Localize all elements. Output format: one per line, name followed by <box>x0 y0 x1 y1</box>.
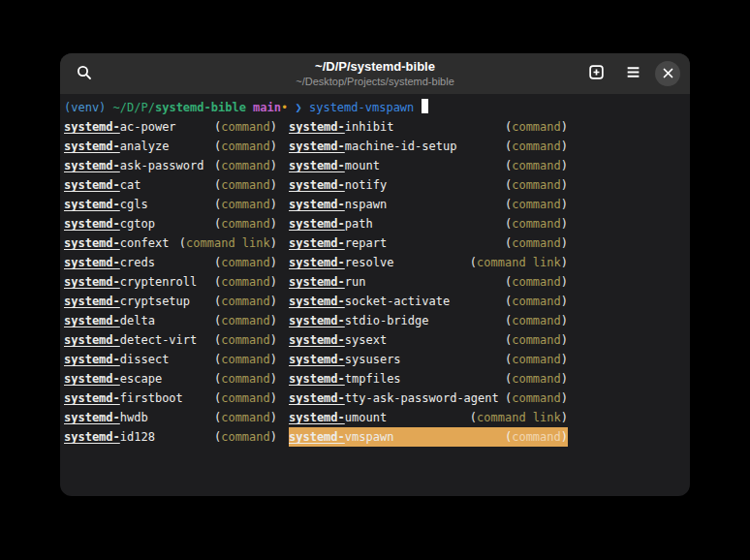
completion-name: systemd-cat <box>64 175 141 195</box>
completion-description-text: command <box>221 295 270 308</box>
completion-item[interactable]: systemd-sysusers(command) <box>289 350 568 369</box>
completion-name-prefix: systemd- <box>64 430 120 444</box>
terminal-content[interactable]: (venv) ~/D/P/systemd-bible main• ❯ syste… <box>60 94 690 447</box>
completion-item[interactable]: systemd-hwdb(command) <box>64 408 277 427</box>
completion-item[interactable]: systemd-escape(command) <box>64 369 277 389</box>
completion-name-rest: notify <box>345 178 387 192</box>
completion-item[interactable]: systemd-path(command) <box>289 214 568 233</box>
completion-item[interactable]: systemd-dissect(command) <box>64 350 277 369</box>
window-title: ~/D/P/systemd-bible <box>296 59 454 75</box>
new-tab-button[interactable] <box>581 59 610 88</box>
completion-description-text: command <box>512 120 561 134</box>
completion-item[interactable]: systemd-tmpfiles(command) <box>289 369 568 389</box>
completion-name: systemd-cryptsetup <box>64 292 190 311</box>
completion-item[interactable]: systemd-socket-activate(command) <box>289 292 568 311</box>
search-button[interactable] <box>70 59 99 88</box>
completion-description-text: command link <box>186 236 270 250</box>
completion-description-text: command <box>512 430 561 444</box>
completion-name: systemd-tty-ask-password-agent <box>289 389 499 408</box>
completion-name-prefix: systemd- <box>289 198 345 211</box>
completion-name: systemd-tmpfiles <box>289 369 401 389</box>
completion-menu: systemd-ac-power(command)systemd-analyze… <box>64 117 686 447</box>
completion-name: systemd-ac-power <box>64 117 176 137</box>
completion-description-text: command <box>221 217 270 231</box>
completion-name-prefix: systemd- <box>64 275 120 289</box>
completion-item[interactable]: systemd-cgtop(command) <box>64 214 277 233</box>
completion-item[interactable]: systemd-sysext(command) <box>289 330 568 350</box>
completion-item[interactable]: systemd-cryptenroll(command) <box>64 272 277 292</box>
completion-item[interactable]: systemd-nspawn(command) <box>289 195 568 214</box>
completion-name-prefix: systemd- <box>289 353 345 366</box>
completion-name: systemd-escape <box>64 369 162 389</box>
completion-name-prefix: systemd- <box>64 140 120 153</box>
completion-name: systemd-firstboot <box>64 389 183 408</box>
completion-item[interactable]: systemd-id128(command) <box>64 427 277 447</box>
completion-item-selected[interactable]: systemd-vmspawn(command) <box>289 427 568 447</box>
completion-name: systemd-machine-id-setup <box>289 137 456 156</box>
completion-description: (command) <box>505 389 568 408</box>
completion-name-rest: cgls <box>120 198 148 211</box>
completion-description: (command) <box>214 253 277 272</box>
completion-item[interactable]: systemd-creds(command) <box>64 253 277 272</box>
completion-name-prefix: systemd- <box>64 314 120 327</box>
completion-description: (command) <box>214 350 277 369</box>
completion-item[interactable]: systemd-confext(command link) <box>64 233 277 253</box>
completion-item[interactable]: systemd-mount(command) <box>289 156 568 175</box>
completion-item[interactable]: systemd-cryptsetup(command) <box>64 292 277 311</box>
completion-item[interactable]: systemd-firstboot(command) <box>64 389 277 408</box>
completion-name-prefix: systemd- <box>64 333 120 347</box>
completion-name-rest: cgtop <box>120 217 155 231</box>
completion-name: systemd-sysusers <box>289 350 401 369</box>
completion-item[interactable]: systemd-ac-power(command) <box>64 117 277 137</box>
completion-description: (command) <box>505 427 568 447</box>
completion-description: (command) <box>214 389 277 408</box>
completion-item[interactable]: systemd-resolve(command link) <box>289 253 568 272</box>
completion-description-text: command <box>512 217 561 231</box>
close-icon <box>663 67 673 81</box>
completion-description: (command) <box>505 330 568 350</box>
completion-name-prefix: systemd- <box>64 198 120 211</box>
completion-description: (command) <box>214 369 277 389</box>
completion-item[interactable]: systemd-umount(command link) <box>289 408 568 427</box>
completion-item[interactable]: systemd-analyze(command) <box>64 137 277 156</box>
menu-button[interactable] <box>618 59 647 88</box>
completion-item[interactable]: systemd-delta(command) <box>64 311 277 330</box>
completion-name-prefix: systemd- <box>289 372 345 386</box>
completion-item[interactable]: systemd-detect-virt(command) <box>64 330 277 350</box>
completion-item[interactable]: systemd-cgls(command) <box>64 195 277 214</box>
completion-name-prefix: systemd- <box>64 217 120 231</box>
completion-item[interactable]: systemd-machine-id-setup(command) <box>289 137 568 156</box>
completion-description: (command) <box>505 311 568 330</box>
completion-name-prefix: systemd- <box>289 430 345 444</box>
completion-item[interactable]: systemd-repart(command) <box>289 233 568 253</box>
completion-description: (command) <box>214 156 277 175</box>
completion-name-prefix: systemd- <box>64 178 120 192</box>
completion-name: systemd-cgtop <box>64 214 155 233</box>
completion-item[interactable]: systemd-run(command) <box>289 272 568 292</box>
completion-item[interactable]: systemd-stdio-bridge(command) <box>289 311 568 330</box>
completion-name-rest: creds <box>120 256 155 269</box>
completion-item[interactable]: systemd-cat(command) <box>64 175 277 195</box>
completion-name: systemd-creds <box>64 253 155 272</box>
completion-description: (command) <box>214 214 277 233</box>
completion-description-text: command <box>512 295 561 308</box>
desktop-background: { "window": { "title": "~/D/P/systemd-bi… <box>0 0 750 560</box>
completion-description: (command) <box>505 292 568 311</box>
completion-item[interactable]: systemd-tty-ask-password-agent(command) <box>289 389 568 408</box>
completion-description-text: command <box>221 275 270 289</box>
completion-name-prefix: systemd- <box>64 159 120 172</box>
completion-name-rest: hwdb <box>120 411 148 424</box>
completion-name-rest: analyze <box>120 140 170 153</box>
prompt-path-prefix: ~/D/P/ <box>113 101 155 114</box>
completion-name-rest: run <box>345 275 366 289</box>
completion-description: (command) <box>214 195 277 214</box>
close-button[interactable] <box>655 61 680 86</box>
venv-indicator: (venv) <box>64 101 106 114</box>
completion-name: systemd-hwdb <box>64 408 148 427</box>
completion-item[interactable]: systemd-inhibit(command) <box>289 117 568 137</box>
completion-item[interactable]: systemd-notify(command) <box>289 175 568 195</box>
completion-name: systemd-run <box>289 272 365 292</box>
completion-item[interactable]: systemd-ask-password(command) <box>64 156 277 175</box>
completion-name-rest: machine-id-setup <box>345 140 457 153</box>
completion-description-text: command <box>512 314 561 327</box>
